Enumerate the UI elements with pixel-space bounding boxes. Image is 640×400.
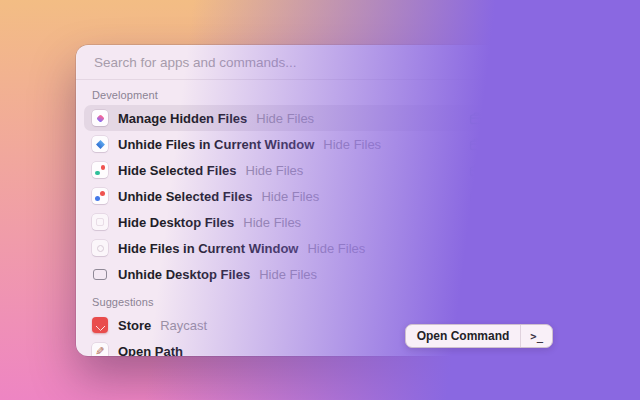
item-accessory: Command: [469, 267, 548, 281]
item-subtitle: Hide Files: [243, 215, 301, 230]
open-command-tooltip[interactable]: Open Command >_: [405, 324, 553, 348]
item-type-label: Command: [490, 163, 548, 177]
list-item[interactable]: Unhide Desktop Files Hide Files Command: [84, 261, 556, 287]
desktop-background: Development Manage Hidden Files Hide Fil…: [0, 0, 640, 400]
hide-desktop-files-icon: [92, 214, 108, 230]
item-subtitle: Raycast: [160, 318, 207, 333]
store-icon: [92, 317, 108, 333]
list-item[interactable]: Hide Selected Files Hide Files Command: [84, 157, 556, 183]
item-accessory: Command: [469, 111, 548, 125]
item-type-label: Command: [490, 241, 548, 255]
item-accessory: Command: [469, 137, 548, 151]
item-subtitle: Hide Files: [246, 163, 304, 178]
item-title: Open Path: [118, 344, 183, 357]
extension-box-icon: [469, 190, 484, 203]
terminal-prompt-icon: >_: [520, 325, 552, 347]
tooltip-label: Open Command: [406, 325, 521, 347]
extension-box-icon: [469, 138, 484, 151]
extension-box-icon: [469, 242, 484, 255]
item-type-label: Command: [490, 189, 548, 203]
item-accessory: Command: [469, 215, 548, 229]
list-item[interactable]: Unhide Files in Current Window Hide File…: [84, 131, 556, 157]
manage-hidden-files-icon: [92, 110, 108, 126]
item-title: Hide Selected Files: [118, 163, 237, 178]
command-list: Development Manage Hidden Files Hide Fil…: [76, 89, 564, 356]
extension-box-icon: [469, 216, 484, 229]
item-title: Store: [118, 318, 151, 333]
section-header: Suggestions: [84, 296, 556, 308]
item-subtitle: Hide Files: [261, 189, 319, 204]
item-title: Hide Files in Current Window: [118, 241, 298, 256]
item-subtitle: Hide Files: [323, 137, 381, 152]
item-type-label: Command: [490, 267, 548, 281]
item-subtitle: Hide Files: [259, 267, 317, 282]
item-title: Unhide Desktop Files: [118, 267, 250, 282]
item-type-label: Command: [490, 137, 548, 151]
item-accessory: Command: [469, 163, 548, 177]
open-path-icon: [92, 343, 108, 356]
search-bar: [76, 45, 564, 80]
section-header: Development: [84, 89, 556, 101]
item-type-label: Command: [490, 111, 548, 125]
list-item[interactable]: Unhide Selected Files Hide Files Command: [84, 183, 556, 209]
item-title: Manage Hidden Files: [118, 111, 247, 126]
list-item[interactable]: Hide Files in Current Window Hide Files …: [84, 235, 556, 261]
item-subtitle: Hide Files: [256, 111, 314, 126]
unhide-desktop-files-icon: [92, 266, 108, 282]
item-type-label: Command: [490, 215, 548, 229]
unhide-selected-files-icon: [92, 188, 108, 204]
list-item[interactable]: Hide Desktop Files Hide Files Command: [84, 209, 556, 235]
extension-box-icon: [469, 164, 484, 177]
item-accessory: Command: [469, 241, 548, 255]
search-input[interactable]: [92, 54, 548, 71]
item-title: Unhide Files in Current Window: [118, 137, 314, 152]
hide-files-in-current-window-icon: [92, 240, 108, 256]
hide-selected-files-icon: [92, 162, 108, 178]
item-accessory: Command: [469, 189, 548, 203]
raycast-launcher-window: Development Manage Hidden Files Hide Fil…: [76, 45, 564, 356]
item-subtitle: Hide Files: [307, 241, 365, 256]
extension-box-icon: [469, 112, 484, 125]
unhide-files-in-current-window-icon: [92, 136, 108, 152]
list-item[interactable]: Manage Hidden Files Hide Files Command: [84, 105, 556, 131]
item-title: Unhide Selected Files: [118, 189, 252, 204]
extension-box-icon: [469, 268, 484, 281]
item-title: Hide Desktop Files: [118, 215, 234, 230]
